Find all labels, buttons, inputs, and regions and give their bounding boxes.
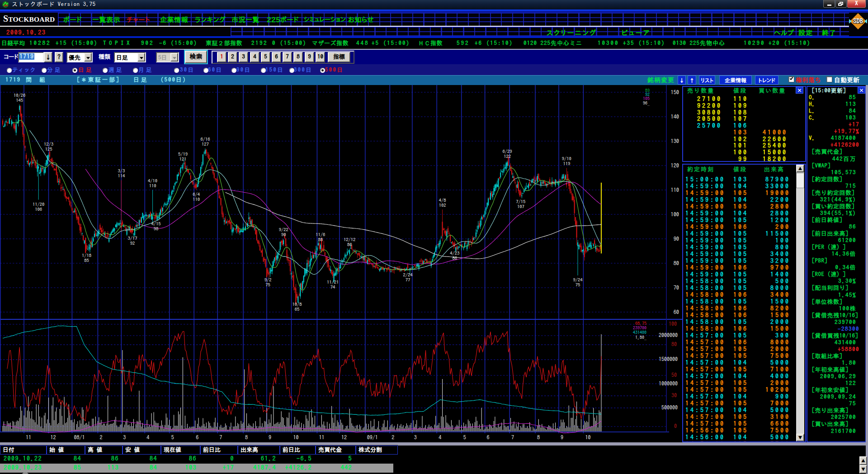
svg-text:5/19: 5/19 [178,152,188,156]
svg-text:88: 88 [318,237,323,242]
svg-text:4/23: 4/23 [450,251,459,256]
svg-text:119: 119 [563,161,570,166]
svg-text:9/10: 9/10 [562,156,571,161]
svg-text:7: 7 [511,435,514,440]
svg-text:11: 11 [319,435,324,440]
svg-text:60: 60 [674,309,679,315]
svg-text:4/8: 4/8 [439,198,446,203]
svg-text:96_: 96_ [643,101,650,106]
svg-text:5: 5 [463,435,466,440]
svg-text:125: 125 [45,147,52,152]
svg-text:2000000: 2000000 [659,332,678,338]
svg-text:5: 5 [171,435,174,440]
svg-text:150: 150 [671,90,679,95]
svg-text:0: 0 [674,423,677,429]
svg-text:10: 10 [585,435,590,440]
svg-text:74: 74 [330,285,335,289]
svg-text:102: 102 [439,203,446,208]
svg-text:7: 7 [219,435,222,440]
svg-text:4: 4 [439,435,441,440]
svg-text:100: 100 [669,321,677,327]
svg-text:4/15: 4/15 [151,221,161,226]
svg-text:110: 110 [149,184,156,188]
svg-text:10/8: 10/8 [292,302,302,307]
svg-text:10/26: 10/26 [14,93,25,98]
svg-text:9/2: 9/2 [264,277,272,282]
svg-text:90: 90 [281,232,286,237]
svg-text:11/21: 11/21 [327,280,339,284]
svg-text:6/29: 6/29 [503,149,512,154]
svg-text:9: 9 [269,435,271,440]
svg-text:145: 145 [16,98,23,103]
svg-text:239700: 239700 [633,326,646,330]
svg-text:7/15: 7/15 [516,199,525,204]
svg-text:107: 107 [517,204,524,209]
svg-text:09/1: 09/1 [367,435,378,440]
svg-text:110: 110 [671,187,679,193]
svg-text:1/18: 1/18 [82,253,91,258]
svg-text:6/16: 6/16 [200,137,210,142]
svg-text:65: 65 [295,307,300,312]
svg-text:4/10: 4/10 [148,178,157,183]
svg-text:68.75: 68.75 [635,321,646,326]
svg-text:11/20: 11/20 [33,202,44,207]
svg-text:140: 140 [671,114,679,119]
svg-text:8: 8 [537,435,540,440]
svg-text:86: 86 [347,242,352,247]
svg-text:12: 12 [51,435,56,440]
svg-text:92: 92 [130,241,135,246]
svg-text:8: 8 [245,435,248,440]
svg-text:70: 70 [674,285,679,290]
svg-text:75: 75 [265,283,270,287]
svg-text:12/12: 12/12 [344,237,355,242]
svg-text:431400: 431400 [633,330,646,335]
svg-text:1500000: 1500000 [659,356,678,362]
svg-text:SDB: SDB [853,18,863,24]
svg-text:3/3: 3/3 [118,168,125,173]
svg-text:10: 10 [293,435,299,440]
svg-text:121: 121 [179,157,187,161]
svg-text:6: 6 [487,435,490,440]
svg-text:3/17: 3/17 [128,236,137,241]
svg-text:110: 110 [193,197,200,202]
svg-text:80: 80 [671,341,677,347]
svg-text:6: 6 [196,435,198,440]
svg-text:1000000: 1000000 [659,381,678,386]
svg-text:9: 9 [561,435,563,440]
svg-text:4: 4 [146,435,149,440]
svg-text:2: 2 [392,435,394,440]
svg-text:12: 12 [341,435,347,440]
svg-text:80: 80 [674,261,679,266]
svg-text:11: 11 [26,435,31,440]
svg-text:105: 105 [643,96,650,101]
svg-text:90: 90 [674,236,679,242]
svg-text:11/6: 11/6 [316,232,325,237]
svg-text:77: 77 [406,278,410,282]
svg-text:114: 114 [118,174,125,178]
svg-text:50: 50 [671,372,677,378]
svg-text:9/24: 9/24 [573,277,583,282]
svg-text:6/4: 6/4 [193,192,200,197]
svg-text:500000: 500000 [661,405,678,410]
svg-text:9/22: 9/22 [279,227,288,232]
svg-text:130: 130 [671,138,679,144]
svg-text:98: 98 [154,227,159,231]
svg-text:85: 85 [84,258,89,263]
svg-text:08/1: 08/1 [74,435,85,440]
svg-text:75: 75 [576,283,580,287]
svg-text:3: 3 [414,435,417,440]
svg-text:30: 30 [671,393,677,398]
svg-text:2: 2 [99,435,102,440]
svg-text:100: 100 [671,212,679,217]
svg-text:127: 127 [202,142,209,147]
svg-text:120: 120 [671,163,679,168]
svg-text:106: 106 [35,207,42,212]
svg-text:86: 86 [453,256,458,261]
svg-text:2/24: 2/24 [403,272,412,277]
svg-text:12/3: 12/3 [44,142,53,147]
svg-text:3: 3 [123,435,126,440]
svg-text:1.80_: 1.80_ [635,335,646,340]
svg-text:122: 122 [504,154,511,159]
